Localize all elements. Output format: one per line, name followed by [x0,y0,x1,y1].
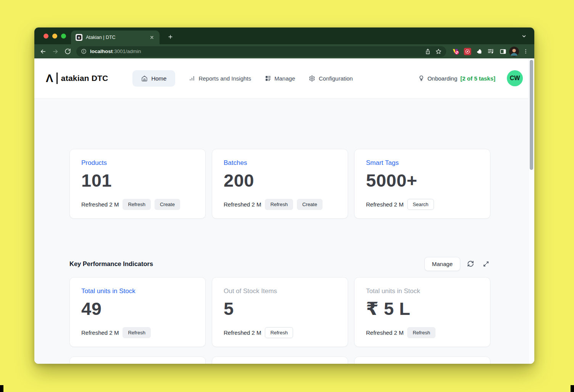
chevron-down-icon[interactable] [520,32,528,40]
browser-profile-avatar[interactable] [509,47,519,56]
new-tab-icon[interactable] [165,31,176,42]
extension-blocker-icon[interactable] [450,46,461,57]
kpi-heading: Key Performance Indicators [69,260,153,268]
stats-card-row: Products 101 Refreshed 2 M Refresh Creat… [69,149,490,219]
create-button[interactable]: Create [155,199,180,210]
products-count: 101 [81,171,194,189]
close-icon[interactable] [148,34,156,41]
batches-card: Batches 200 Refreshed 2 M Refresh Create [212,149,348,219]
refresh-button[interactable]: Refresh [123,327,151,338]
playlist-icon[interactable] [485,46,497,57]
refreshed-label: Refreshed 2 M [224,329,261,336]
onboarding-task-badge: [2 of 5 tasks] [460,75,495,82]
address-bar[interactable]: localhost:3001/admin [76,46,446,57]
kpi-card-row-1: Total units in Stock 49 Refreshed 2 M Re… [69,277,490,347]
forward-icon[interactable] [50,46,61,57]
nav-label: Manage [274,75,295,82]
stock-value-title: Total units in Stock [366,287,479,295]
total-units-card: Total units in Stock 49 Refreshed 2 M Re… [69,277,206,347]
refresh-button[interactable]: Refresh [265,199,293,210]
refresh-button[interactable]: Refresh [123,199,151,210]
side-panel-icon[interactable] [497,46,508,57]
site-header: Λ atakian DTC Home Reports and Insights [34,58,534,98]
smart-tags-card: Smart Tags 5000+ Refreshed 2 M Search [354,149,490,219]
minimize-window-button[interactable] [52,34,57,39]
scrollbar-thumb[interactable] [530,60,533,170]
browser-toolbar: localhost:3001/admin [34,44,534,58]
gross-profit-card: Gross profit margin 100.00 [354,357,490,364]
refresh-button[interactable]: Refresh [407,327,435,338]
products-link[interactable]: Products [81,159,194,167]
url-text: localhost:3001/admin [90,48,141,54]
dashboard-main: Products 101 Refreshed 2 M Refresh Creat… [34,129,534,364]
browser-window: B Atakian | DTC localhost:300 [34,27,534,364]
tab-title: Atakian | DTC [86,35,145,40]
onboarding-label: Onboarding [427,75,457,82]
out-of-stock-card: Out of Stock Items 5 Refreshed 2 M Refre… [212,277,348,347]
back-icon[interactable] [37,46,49,57]
brand-name: atakian DTC [61,74,108,83]
products-card: Products 101 Refreshed 2 M Refresh Creat… [69,149,206,219]
menu-dots-icon[interactable] [520,46,531,57]
screenshot-corner-mark-left [0,385,3,392]
brand-mark: Λ [46,73,53,84]
batches-link[interactable]: Batches [224,159,336,167]
search-button[interactable]: Search [407,199,434,210]
window-controls [44,34,66,39]
share-icon[interactable] [422,46,433,57]
refreshed-label: Refreshed 2 M [224,201,261,208]
refreshed-label: Refreshed 2 M [366,329,403,336]
home-icon [141,75,148,82]
tab-favicon-icon: B [76,34,82,41]
user-avatar[interactable]: CW [507,70,523,86]
reload-icon[interactable] [62,46,73,57]
kpi-card-row-2: Inventory Turnover ₹ 0.00 Cost of goods … [69,357,490,364]
out-of-stock-title: Out of Stock Items [224,287,336,295]
extension-red-icon[interactable] [462,46,473,57]
nav-label: Configuration [319,75,353,82]
refresh-button[interactable]: Refresh [265,327,293,338]
refresh-icon[interactable] [466,259,476,269]
brand-divider [56,73,58,84]
inventory-turnover-card: Inventory Turnover ₹ 0.00 [69,357,206,364]
nav-item-reports[interactable]: Reports and Insights [189,75,251,82]
refreshed-label: Refreshed 2 M [81,201,119,208]
extensions-puzzle-icon[interactable] [474,46,485,57]
star-icon[interactable] [433,46,444,57]
kpi-section-header: Key Performance Indicators Manage [69,256,491,271]
cogs-card: Cost of goods sold ₹ 5 CR 2 L [212,357,348,364]
close-window-button[interactable] [44,34,48,39]
page-content: Λ atakian DTC Home Reports and Insights [34,58,534,364]
refreshed-label: Refreshed 2 M [81,329,119,336]
total-units-link[interactable]: Total units in Stock [81,287,194,295]
lightbulb-icon [418,75,424,81]
page-scrollbar[interactable] [528,58,534,364]
smart-tags-count: 5000+ [366,171,479,189]
stock-value-amount: ₹ 5 L [366,300,479,318]
zoom-window-button[interactable] [61,34,66,39]
nav-label: Reports and Insights [198,75,251,82]
nav-label: Home [151,75,166,82]
stock-value-card: Total units in Stock ₹ 5 L Refreshed 2 M… [354,277,490,347]
expand-icon[interactable] [481,259,491,269]
browser-tab[interactable]: B Atakian | DTC [71,31,160,44]
nav-item-manage[interactable]: Manage [265,75,295,82]
gear-icon [309,75,315,82]
main-nav: Home Reports and Insights Manage [132,70,353,87]
kpi-manage-button[interactable]: Manage [424,257,460,271]
screenshot-corner-mark-right [571,385,574,392]
total-units-value: 49 [81,300,194,318]
onboarding-link[interactable]: Onboarding [2 of 5 tasks] [418,75,495,82]
refreshed-label: Refreshed 2 M [366,201,403,208]
browser-titlebar: B Atakian | DTC [34,27,534,44]
brand-logo[interactable]: Λ atakian DTC [46,73,108,84]
reports-icon [189,75,195,81]
smart-tags-link[interactable]: Smart Tags [366,159,479,167]
nav-item-home[interactable]: Home [132,70,175,87]
info-icon[interactable] [81,48,87,54]
nav-item-configuration[interactable]: Configuration [309,75,353,82]
create-button[interactable]: Create [297,199,322,210]
batches-count: 200 [224,171,336,189]
out-of-stock-value: 5 [224,300,336,318]
manage-grid-icon [265,75,271,81]
